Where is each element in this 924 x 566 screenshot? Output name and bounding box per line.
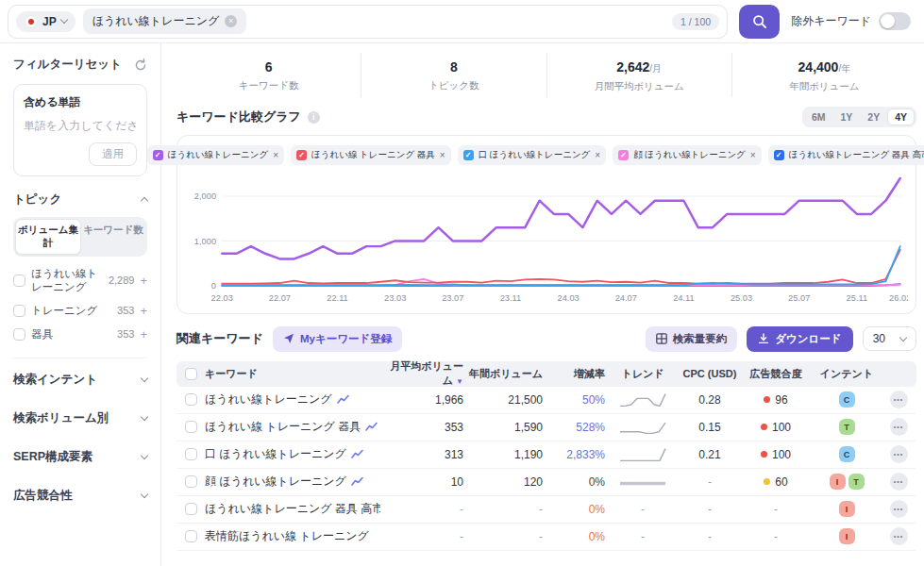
- table-row[interactable]: ほうれい線トレーニング 器具 高市 - - 0% - - - I •••: [176, 496, 916, 524]
- legend-chip[interactable]: ✓ほうれい線 トレーニング 器具×: [291, 145, 451, 165]
- topic-item[interactable]: 器具 353 +: [13, 323, 147, 346]
- legend-remove-icon[interactable]: ×: [595, 150, 600, 160]
- intent-badge-T: T: [839, 419, 855, 435]
- add-topic-icon[interactable]: +: [140, 274, 147, 288]
- legend-label: ほうれい線 トレーニング 器具: [311, 149, 435, 161]
- keyword-link[interactable]: ほうれい線トレーニング 器具 高市: [205, 501, 380, 517]
- legend-checkbox[interactable]: ✓: [296, 150, 307, 160]
- keyword-link[interactable]: 口 ほうれい線トレーニング: [205, 446, 346, 462]
- send-icon: [283, 333, 294, 344]
- chevron-up-icon[interactable]: [141, 197, 148, 205]
- legend-chip[interactable]: ✓顔 ほうれい線トレーニング×: [613, 145, 762, 165]
- range-button-4y[interactable]: 4Y: [887, 108, 915, 125]
- table-row[interactable]: 表情筋ほうれい線 トレーニング - - 0% - - - I •••: [176, 524, 916, 551]
- row-checkbox[interactable]: [185, 421, 197, 433]
- col-growth-rate[interactable]: 増減率: [543, 367, 605, 381]
- keyword-link[interactable]: ほうれい線 トレーニング 器具: [205, 419, 361, 435]
- table-row[interactable]: 顔 ほうれい線トレーニング 10 120 0% - 60 IT •••: [176, 469, 916, 496]
- sidebar-section-search-intent[interactable]: 検索インテント: [13, 360, 147, 399]
- topic-item[interactable]: トレーニング 353 +: [13, 299, 147, 323]
- keyword-trend-chart-icon[interactable]: [365, 422, 378, 432]
- topic-checkbox[interactable]: [13, 305, 25, 317]
- topic-item[interactable]: ほうれい線トレーニング 2,289 +: [13, 262, 147, 299]
- legend-chip[interactable]: ✓ほうれい線トレーニング 器具 高市×: [768, 145, 924, 165]
- monthly-volume-value: 1,966: [380, 393, 463, 407]
- page-size-select[interactable]: 30: [863, 326, 916, 351]
- competition-dot-icon: [761, 424, 767, 430]
- remove-keyword-icon[interactable]: ×: [225, 15, 237, 27]
- table-body: ほうれい線トレーニング 1,966 21,500 50% 0.28 96 C •…: [176, 387, 916, 551]
- keyword-chip[interactable]: ほうれい線トレーニング ×: [83, 8, 247, 34]
- svg-text:2,000: 2,000: [194, 191, 216, 201]
- download-button[interactable]: ダウンロード: [747, 326, 852, 352]
- keyword-link[interactable]: 表情筋ほうれい線 トレーニング: [205, 528, 369, 544]
- row-actions-button[interactable]: •••: [890, 418, 908, 436]
- topic-checkbox[interactable]: [13, 275, 25, 287]
- legend-remove-icon[interactable]: ×: [273, 150, 278, 160]
- refresh-icon[interactable]: [134, 58, 147, 72]
- row-actions-button[interactable]: •••: [890, 527, 908, 545]
- legend-chip[interactable]: ✓ほうれい線トレーニング×: [147, 145, 284, 165]
- range-button-6m[interactable]: 6M: [804, 108, 833, 125]
- filter-reset-label[interactable]: フィルターリセット: [13, 57, 122, 73]
- line-chart[interactable]: 01,0002,00022.0322.0722.1123.0323.0723.1…: [185, 167, 908, 311]
- add-topic-icon[interactable]: +: [140, 304, 147, 318]
- grid-icon: [656, 333, 667, 344]
- legend-label: 顔 ほうれい線トレーニング: [633, 149, 746, 161]
- growth-rate-value: 2,833%: [543, 448, 605, 461]
- keyword-link[interactable]: 顔 ほうれい線トレーニング: [205, 474, 346, 490]
- exclude-keyword-toggle[interactable]: [879, 12, 911, 30]
- legend-checkbox[interactable]: ✓: [463, 150, 474, 160]
- col-yearly-volume[interactable]: 年間ボリューム: [463, 367, 543, 381]
- search-button[interactable]: [739, 5, 780, 39]
- search-box[interactable]: JP ほうれい線トレーニング × 1 / 100: [8, 5, 728, 39]
- row-actions-button[interactable]: •••: [890, 473, 908, 491]
- yearly-volume-value: -: [463, 503, 543, 516]
- legend-remove-icon[interactable]: ×: [440, 150, 445, 160]
- row-checkbox[interactable]: [185, 393, 197, 406]
- range-button-1y[interactable]: 1Y: [832, 108, 860, 125]
- table-row[interactable]: 口 ほうれい線トレーニング 313 1,190 2,833% 0.21 100 …: [176, 441, 916, 469]
- row-actions-button[interactable]: •••: [890, 391, 908, 408]
- row-actions-button[interactable]: •••: [890, 445, 908, 463]
- sidebar-section-serp-features[interactable]: SERP構成要素: [13, 438, 147, 476]
- ad-competition-value: -: [739, 530, 813, 543]
- row-checkbox[interactable]: [185, 503, 197, 515]
- tab-volume-sum[interactable]: ボリューム集計: [15, 219, 81, 255]
- col-keyword[interactable]: キーワード: [205, 367, 258, 381]
- include-words-input[interactable]: [24, 119, 137, 132]
- sidebar-section-ad-competition[interactable]: 広告競合性: [13, 476, 147, 515]
- col-ad-competition: 広告競合度: [739, 367, 813, 381]
- keyword-trend-chart-icon[interactable]: [351, 476, 363, 487]
- col-intent: インテント: [813, 367, 881, 381]
- select-all-checkbox[interactable]: [185, 368, 197, 380]
- table-row[interactable]: ほうれい線トレーニング 1,966 21,500 50% 0.28 96 C •…: [176, 387, 916, 414]
- legend-remove-icon[interactable]: ×: [750, 150, 756, 160]
- tab-keyword-count[interactable]: キーワード数: [81, 219, 145, 255]
- keyword-link[interactable]: ほうれい線トレーニング: [205, 391, 332, 408]
- add-topic-icon[interactable]: +: [140, 327, 147, 341]
- register-my-keywords-button[interactable]: Myキーワード登録: [273, 326, 402, 352]
- row-checkbox[interactable]: [185, 448, 197, 460]
- legend-checkbox[interactable]: ✓: [153, 150, 163, 160]
- info-icon[interactable]: i: [308, 111, 320, 124]
- keyword-trend-chart-icon[interactable]: [351, 449, 363, 459]
- sidebar-section-search-volume[interactable]: 検索ボリューム別: [13, 399, 147, 438]
- range-button-2y[interactable]: 2Y: [860, 108, 887, 125]
- row-checkbox[interactable]: [185, 475, 197, 488]
- keyword-trend-chart-icon[interactable]: [337, 394, 349, 405]
- trend-sparkline: -: [605, 503, 680, 516]
- row-checkbox[interactable]: [185, 530, 197, 542]
- yearly-volume-value: 1,590: [463, 421, 543, 434]
- topic-checkbox[interactable]: [13, 328, 25, 341]
- trend-sparkline: -: [605, 530, 680, 543]
- search-volume-summary-button[interactable]: 検索量要約: [646, 326, 738, 352]
- table-row[interactable]: ほうれい線 トレーニング 器具 353 1,590 528% 0.15 100 …: [176, 414, 916, 441]
- country-selector[interactable]: JP: [16, 11, 76, 32]
- legend-checkbox[interactable]: ✓: [618, 150, 629, 160]
- row-actions-button[interactable]: •••: [890, 500, 908, 518]
- legend-chip[interactable]: ✓口 ほうれい線トレーニング×: [458, 145, 607, 165]
- legend-checkbox[interactable]: ✓: [774, 150, 784, 160]
- apply-button[interactable]: 適用: [89, 142, 137, 166]
- col-monthly-volume[interactable]: 月平均ボリューム▼: [380, 359, 463, 388]
